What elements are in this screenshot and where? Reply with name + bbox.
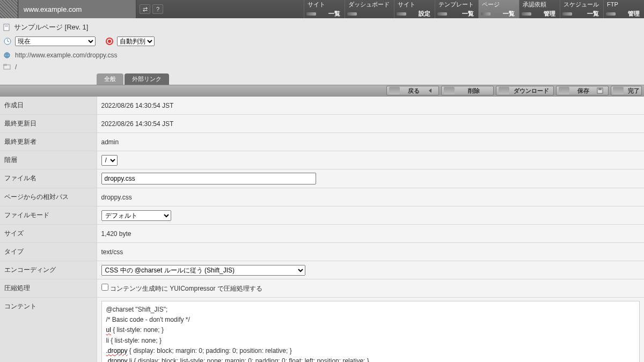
site-domain[interactable]: www.example.com xyxy=(18,0,136,18)
svg-rect-10 xyxy=(598,88,602,90)
help-icon[interactable]: ? xyxy=(152,4,163,14)
label-content: コンテント xyxy=(0,298,97,363)
value-relpath: droppy.css xyxy=(97,188,644,206)
charset-select[interactable]: 自動判別 xyxy=(117,36,155,46)
page-title-bar: サンプルページ [Rev. 1] xyxy=(0,18,644,34)
back-button[interactable]: 戻る xyxy=(386,86,439,95)
tier-select[interactable]: / xyxy=(101,155,118,166)
page-icon xyxy=(3,24,11,31)
label-created: 作成日 xyxy=(0,97,97,115)
nav-item[interactable]: テンプレート一覧 xyxy=(435,0,478,18)
filemode-select[interactable]: デフォルト xyxy=(101,210,171,221)
revision-controls: 現在 自動判別 xyxy=(0,34,644,49)
svg-rect-8 xyxy=(4,64,6,65)
properties-table: 作成日2022/08/26 14:30:54 JST 最終更新日2022/08/… xyxy=(0,97,644,362)
nav-item[interactable]: ダッシュボード xyxy=(345,0,394,18)
compress-checkbox[interactable] xyxy=(101,284,108,291)
save-button[interactable]: 保存 xyxy=(556,86,609,95)
value-size: 1,420 byte xyxy=(97,225,644,243)
revision-select[interactable]: 現在 xyxy=(15,36,96,46)
download-button[interactable]: ダウンロード xyxy=(496,86,554,95)
folder-icon xyxy=(3,63,11,71)
swap-icon[interactable]: ⇄ xyxy=(140,4,150,14)
label-tier: 階層 xyxy=(0,151,97,169)
encoding-select[interactable]: CSS 中の @charset ルールに従う (Shift_JIS) xyxy=(101,265,305,276)
value-type: text/css xyxy=(97,243,644,261)
label-compress: 圧縮処理 xyxy=(0,279,97,298)
nav-item[interactable]: FTP管理 xyxy=(603,0,644,18)
value-created: 2022/08/26 14:30:54 JST xyxy=(97,97,644,115)
label-updater: 最終更新者 xyxy=(0,133,97,151)
label-relpath: ページからの相対パス xyxy=(0,188,97,206)
svg-rect-1 xyxy=(5,25,8,26)
globe-icon xyxy=(3,51,11,59)
tab-general[interactable]: 全般 xyxy=(97,73,123,85)
url-text: http://www.example.com/droppy.css xyxy=(15,51,118,59)
value-updater: admin xyxy=(97,133,644,151)
label-updated: 最終更新日 xyxy=(0,115,97,133)
filename-input[interactable] xyxy=(101,173,316,184)
url-line: http://www.example.com/droppy.css xyxy=(0,49,644,61)
triangle-left-icon xyxy=(427,87,434,94)
tab-bar: 全般 外部リンク xyxy=(0,73,644,85)
top-bar: www.example.com ⇄ ? サイト一覧ダッシュボードサイト設定テンプ… xyxy=(0,0,644,18)
svg-point-5 xyxy=(108,40,111,43)
domain-buttons: ⇄ ? xyxy=(136,0,166,18)
nav-item[interactable]: サイト一覧 xyxy=(304,0,345,18)
nav-item[interactable]: サイト設定 xyxy=(394,0,435,18)
page-title: サンプルページ [Rev. 1] xyxy=(14,23,88,32)
svg-rect-2 xyxy=(5,26,8,27)
nav-item[interactable]: 承認依頼管理 xyxy=(519,0,560,18)
save-disk-icon xyxy=(596,87,604,94)
compress-option[interactable]: コンテンツ生成時に YUICompressor で圧縮処理する xyxy=(101,285,262,292)
app-logo xyxy=(0,0,18,18)
done-button[interactable]: 完了 xyxy=(611,86,642,95)
path-text: / xyxy=(15,63,17,71)
record-icon[interactable] xyxy=(105,37,114,46)
label-filemode: ファイルモード xyxy=(0,206,97,225)
path-line: / xyxy=(0,61,644,73)
tab-external-links[interactable]: 外部リンク xyxy=(125,73,169,85)
nav-item[interactable]: スケジュール一覧 xyxy=(560,0,603,18)
content-editor[interactable]: @charset "Shift_JIS"; /* Basic code - do… xyxy=(101,301,640,362)
label-size: サイズ xyxy=(0,225,97,243)
top-nav: サイト一覧ダッシュボードサイト設定テンプレート一覧ページ一覧承認依頼管理スケジュ… xyxy=(304,0,644,18)
delete-button[interactable]: 削除 xyxy=(441,86,494,95)
label-encoding: エンコーディング xyxy=(0,261,97,279)
clock-icon xyxy=(3,37,12,46)
svg-rect-0 xyxy=(4,24,9,31)
value-updated: 2022/08/26 14:30:54 JST xyxy=(97,115,644,133)
nav-item[interactable]: ページ一覧 xyxy=(478,0,519,18)
label-type: タイプ xyxy=(0,243,97,261)
label-filename: ファイル名 xyxy=(0,169,97,188)
action-toolbar: 戻る 削除 ダウンロード 保存 完了 xyxy=(0,85,644,97)
